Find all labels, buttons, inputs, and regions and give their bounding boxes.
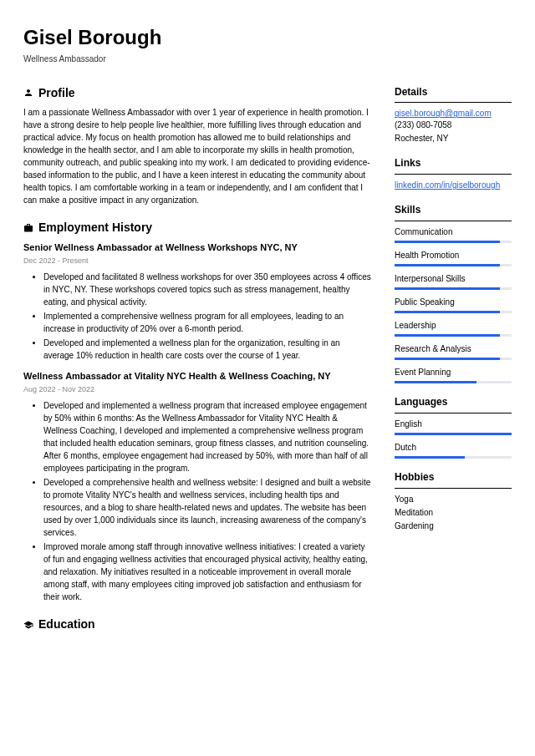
job-title: Wellness Ambassador at Vitality NYC Heal… bbox=[23, 370, 371, 383]
skill-label: Public Speaking bbox=[395, 297, 512, 308]
languages-heading: Languages bbox=[395, 395, 512, 409]
divider bbox=[395, 174, 512, 175]
skill-bar bbox=[395, 311, 512, 313]
job-dates: Dec 2022 - Present bbox=[23, 256, 371, 266]
hobbies-section: Hobbies YogaMeditationGardening bbox=[395, 470, 512, 532]
profile-heading: Profile bbox=[38, 85, 75, 102]
language-fill bbox=[395, 433, 512, 435]
skill-fill bbox=[395, 381, 476, 383]
links-heading: Links bbox=[395, 156, 512, 170]
skill-item: Leadership bbox=[395, 320, 512, 337]
job-dates: Aug 2022 - Nov 2022 bbox=[23, 384, 371, 395]
skill-fill bbox=[395, 358, 500, 360]
hobbies-heading: Hobbies bbox=[395, 470, 512, 485]
job-bullet: Developed and facilitated 8 wellness wor… bbox=[43, 271, 371, 308]
divider bbox=[395, 221, 512, 221]
skill-item: Research & Analysis bbox=[395, 343, 512, 360]
skill-item: Public Speaking bbox=[395, 297, 512, 313]
language-item: Dutch bbox=[395, 442, 512, 459]
skill-label: Research & Analysis bbox=[395, 343, 512, 355]
hobby-item: Yoga bbox=[395, 494, 512, 505]
skill-bar bbox=[395, 287, 512, 290]
language-fill bbox=[395, 456, 465, 459]
job-bullet: Implemented a comprehensive wellness pro… bbox=[43, 310, 371, 335]
job-bullet: Developed and implemented a wellness pro… bbox=[43, 399, 371, 474]
education-section: Education bbox=[23, 616, 371, 633]
person-icon bbox=[23, 88, 33, 98]
details-heading: Details bbox=[395, 85, 512, 99]
main-column: Profile I am a passionate Wellness Ambas… bbox=[23, 85, 371, 647]
skill-bar bbox=[395, 358, 512, 360]
skill-fill bbox=[395, 264, 500, 266]
job-bullets: Developed and facilitated 8 wellness wor… bbox=[23, 271, 371, 362]
links-section: Links linkedin.com/in/giselborough bbox=[395, 156, 512, 191]
skill-fill bbox=[395, 334, 500, 337]
skill-label: Communication bbox=[395, 226, 512, 238]
skills-section: Skills CommunicationHealth PromotionInte… bbox=[395, 203, 512, 383]
skill-label: Event Planning bbox=[395, 367, 512, 378]
job-entry: Wellness Ambassador at Vitality NYC Heal… bbox=[23, 370, 371, 603]
location-text: Rochester, NY bbox=[395, 133, 512, 145]
job-bullets: Developed and implemented a wellness pro… bbox=[23, 399, 371, 603]
job-title: Senior Wellness Ambassador at Wellness W… bbox=[23, 241, 371, 254]
skill-bar bbox=[395, 334, 512, 337]
hobby-item: Gardening bbox=[395, 520, 512, 532]
skill-bar bbox=[395, 241, 512, 243]
job-entry: Senior Wellness Ambassador at Wellness W… bbox=[23, 241, 371, 362]
skill-item: Communication bbox=[395, 226, 512, 243]
skill-item: Event Planning bbox=[395, 367, 512, 383]
person-title: Wellness Ambassador bbox=[23, 53, 512, 65]
person-name: Gisel Borough bbox=[23, 23, 512, 52]
language-bar bbox=[395, 433, 512, 435]
language-item: English bbox=[395, 419, 512, 435]
education-heading: Education bbox=[38, 616, 95, 633]
briefcase-icon bbox=[23, 223, 33, 233]
skill-fill bbox=[395, 241, 500, 243]
skills-heading: Skills bbox=[395, 203, 512, 217]
graduation-cap-icon bbox=[23, 620, 33, 630]
resume-body: Profile I am a passionate Wellness Ambas… bbox=[23, 85, 512, 647]
skill-label: Leadership bbox=[395, 320, 512, 332]
skill-label: Health Promotion bbox=[395, 250, 512, 261]
language-label: English bbox=[395, 419, 512, 430]
resume-header: Gisel Borough Wellness Ambassador bbox=[23, 23, 512, 65]
languages-section: Languages EnglishDutch bbox=[395, 395, 512, 459]
profile-text: I am a passionate Wellness Ambassador wi… bbox=[23, 106, 371, 206]
job-bullet: Improved morale among staff through inno… bbox=[43, 540, 371, 603]
divider bbox=[395, 488, 512, 489]
linkedin-link[interactable]: linkedin.com/in/giselborough bbox=[395, 180, 500, 190]
details-section: Details gisel.borough@gmail.com (233) 08… bbox=[395, 85, 512, 145]
side-column: Details gisel.borough@gmail.com (233) 08… bbox=[395, 85, 512, 647]
job-bullet: Developed and implemented a wellness pla… bbox=[43, 337, 371, 362]
job-bullet: Developed a comprehensive health and wel… bbox=[43, 476, 371, 539]
hobby-item: Meditation bbox=[395, 507, 512, 519]
skill-item: Health Promotion bbox=[395, 250, 512, 266]
skill-bar bbox=[395, 381, 512, 383]
skill-bar bbox=[395, 264, 512, 266]
phone-text: (233) 080-7058 bbox=[395, 119, 512, 131]
skill-fill bbox=[395, 287, 500, 290]
skill-fill bbox=[395, 311, 500, 313]
language-bar bbox=[395, 456, 512, 459]
employment-section: Employment History Senior Wellness Ambas… bbox=[23, 220, 371, 603]
language-label: Dutch bbox=[395, 442, 512, 454]
profile-section: Profile I am a passionate Wellness Ambas… bbox=[23, 85, 371, 207]
employment-heading: Employment History bbox=[38, 220, 152, 236]
skill-label: Interpersonal Skills bbox=[395, 273, 512, 285]
email-link[interactable]: gisel.borough@gmail.com bbox=[395, 109, 492, 118]
divider bbox=[395, 102, 512, 103]
skill-item: Interpersonal Skills bbox=[395, 273, 512, 290]
divider bbox=[395, 413, 512, 414]
